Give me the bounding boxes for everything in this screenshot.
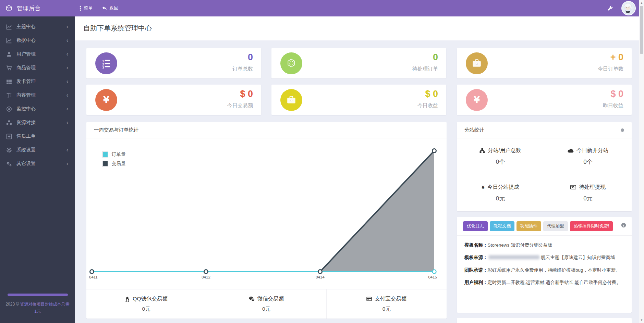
chart-legend: 订单量 交易量 — [102, 151, 126, 170]
sidebar-item-user-management[interactable]: 用户管理 ‹ — [0, 47, 75, 61]
user-benefit-line: 用户福利：定时更新二开教程,运营素材,适合新手站长,能自己动手何必付费。 — [464, 279, 624, 286]
tab-docs[interactable]: 教程文档 — [490, 221, 514, 231]
main-content: 自助下单系统管理中心 123 0 订单总数 0 待处理订单 + 0 今日订单数 … — [75, 16, 644, 323]
info-icon[interactable] — [621, 223, 626, 228]
alipay-total: 支付宝交易额 0元 — [327, 289, 447, 319]
avatar[interactable] — [621, 1, 636, 15]
gem-icon — [280, 52, 302, 74]
branch-cell-new-substations: 今日新开分站 0个 — [544, 138, 632, 175]
svg-text:3: 3 — [102, 65, 104, 69]
template-name-line: 模板名称：Storenews 知识付费分销公益版 — [464, 241, 624, 249]
svg-text:0412: 0412 — [202, 275, 210, 279]
branch-panel-title: 分站统计 — [464, 127, 484, 133]
sidebar-item-monitor-center[interactable]: 监控中心 ‹ — [0, 102, 75, 116]
sidebar-item-data-center[interactable]: 数据中心 ‹ — [0, 34, 75, 47]
stat-card-today-profit: $ 0 今日收益 — [271, 85, 446, 115]
menu-button[interactable]: 菜单 — [80, 5, 93, 11]
chevron-left-icon: ‹ — [66, 92, 68, 98]
sidebar-item-content-management[interactable]: 内容管理 ‹ — [0, 88, 75, 102]
stat-value: $ 0 — [610, 89, 623, 99]
sidebar-item-card-management[interactable]: 发卡管理 ‹ — [0, 75, 75, 88]
chart-panel-title: 一周交易与订单统计 — [86, 122, 447, 138]
back-button[interactable]: 返回 — [102, 5, 119, 11]
bank-card-icon — [366, 296, 372, 301]
area-chart: 0411041204140415 — [86, 138, 447, 284]
copyright-year: 2023 © — [5, 302, 19, 307]
sidebar-item-resource-docking[interactable]: 资源对接 ‹ — [0, 116, 75, 129]
sitemap-icon — [479, 148, 485, 153]
wrench-icon[interactable] — [607, 5, 613, 11]
chevron-left-icon: ‹ — [66, 79, 68, 84]
cube-logo-icon — [5, 5, 12, 12]
sidebar-item-aftersale-ticket[interactable]: 售后工单 — [0, 129, 75, 143]
yen-icon: ¥ — [466, 89, 488, 111]
qq-wallet-total: QQ钱包交易额 0元 — [86, 289, 206, 319]
template-source-line: 模板来源：舰云主题【原速建云】知识付费商城 — [464, 254, 624, 261]
chevron-left-icon: ‹ — [66, 147, 68, 153]
stat-label: 订单总数 — [232, 66, 253, 72]
svg-text:0414: 0414 — [316, 275, 325, 279]
qq-penguin-icon — [125, 296, 130, 302]
scroll-down-icon[interactable]: ▼ — [639, 319, 644, 322]
list-ol-icon: 123 — [95, 52, 117, 74]
text-icon — [6, 92, 12, 98]
topbar: 管理后台 菜单 返回 — [0, 0, 644, 16]
gears-icon — [6, 161, 12, 167]
stat-value: 0 — [248, 52, 253, 63]
vertical-scrollbar[interactable]: ▲ ▼ — [639, 0, 644, 323]
topnav: 菜单 返回 — [80, 0, 119, 16]
ellipsis-v-icon — [80, 5, 81, 11]
legend-swatch — [102, 161, 108, 167]
promo-tabs: 优化日志教程文档功能插件代理加盟热销插件限时免费! — [457, 217, 632, 236]
legend-item-orders[interactable]: 订单量 — [102, 151, 126, 158]
sidebar-footer: 2023 © 资源对接项目对接成本只需 1元 — [0, 294, 75, 315]
brand[interactable]: 管理后台 — [5, 0, 41, 16]
branch-cell-total-substations: 分站/用户总数 0个 — [457, 138, 544, 175]
chart-line-icon — [6, 38, 12, 44]
bullseye-icon — [6, 106, 12, 112]
chevron-left-icon: ‹ — [66, 51, 68, 57]
svg-text:0415: 0415 — [428, 275, 437, 279]
sidebar-item-product-management[interactable]: 商品管理 ‹ — [0, 61, 75, 75]
branch-cell-today-commission: ¥ 今日分站提成 0元 — [457, 175, 544, 212]
redacted-text — [489, 255, 539, 259]
legend-swatch — [102, 151, 108, 158]
sidebar-item-other-settings[interactable]: 其它设置 ‹ — [0, 157, 75, 171]
tab-hot-plugins[interactable]: 热销插件限时免费! — [570, 221, 613, 231]
user-icon — [6, 51, 12, 57]
sidebar-item-system-settings[interactable]: 系统设置 ‹ — [0, 143, 75, 157]
stat-label: 待处理订单 — [412, 66, 438, 72]
tab-plugins[interactable]: 功能插件 — [517, 221, 541, 231]
chevron-left-icon: ‹ — [66, 161, 68, 166]
scrollbar-thumb[interactable] — [640, 6, 643, 54]
branch-cell-pending-withdraw: 待处理提现 0元 — [544, 175, 632, 212]
weekly-chart-panel: 一周交易与订单统计 0411041204140415 订单量 交易量 QQ钱包交… — [86, 122, 447, 319]
chevron-left-icon: ‹ — [66, 106, 68, 112]
cart-icon — [6, 65, 12, 71]
stat-value: $ 0 — [240, 89, 253, 99]
stat-value: 0 — [433, 52, 438, 63]
sidebar-item-theme-center[interactable]: 主题中心 ‹ — [0, 20, 75, 34]
grid-icon — [6, 79, 12, 85]
stat-label: 今日订单数 — [598, 66, 623, 72]
payment-totals-row: QQ钱包交易额 0元 微信交易额 0元 支付宝交易额 0元 — [86, 289, 447, 319]
stat-label: 昨日收益 — [603, 102, 623, 109]
scroll-up-icon[interactable]: ▲ — [639, 1, 644, 4]
footer-link[interactable]: 资源对接项目对接成本只需 — [20, 302, 70, 307]
footer-link-line2[interactable]: 1元 — [34, 309, 41, 314]
tab-agent[interactable]: 代理加盟 — [543, 221, 568, 231]
cubes-icon — [6, 120, 12, 126]
tab-changelog[interactable]: 优化日志 — [463, 221, 488, 231]
legend-item-volume[interactable]: 交易量 — [102, 161, 126, 167]
stat-value: $ 0 — [425, 89, 438, 99]
chart-line-icon — [6, 24, 12, 30]
chevron-left-icon: ‹ — [66, 120, 68, 125]
cloud-icon — [568, 149, 574, 153]
reply-arrow-icon — [102, 6, 107, 11]
stat-value: + 0 — [610, 52, 623, 63]
next-panel-partial — [457, 318, 632, 323]
chevron-left-icon: ‹ — [66, 24, 68, 29]
briefcase-icon — [280, 89, 302, 111]
template-info-panel: 优化日志教程文档功能插件代理加盟热销插件限时免费! 模板名称：Storenews… — [457, 217, 632, 313]
page-title-bar: 自助下单系统管理中心 — [75, 16, 644, 40]
